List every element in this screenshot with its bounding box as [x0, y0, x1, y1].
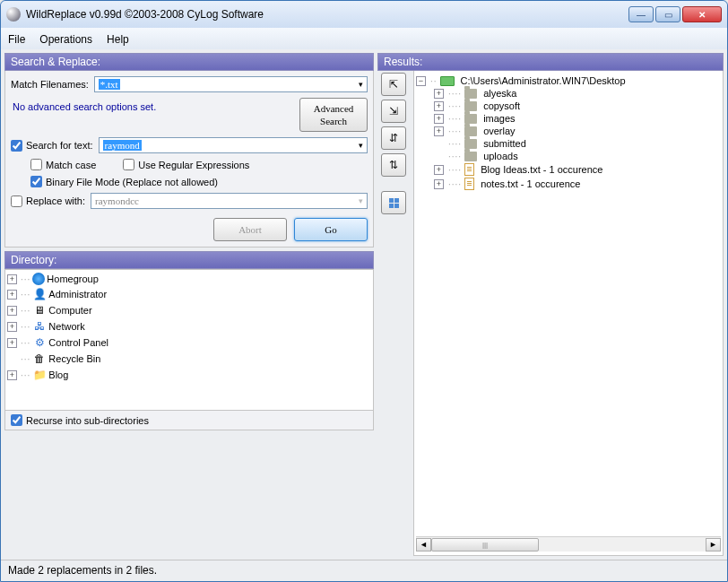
expand-icon[interactable]: +	[7, 370, 17, 380]
folder-icon	[464, 126, 477, 136]
close-button[interactable]: ✕	[682, 6, 722, 22]
tree-dots: ···	[21, 338, 30, 348]
expand-icon[interactable]: +	[7, 290, 17, 300]
tree-item[interactable]: +···Control Panel	[7, 334, 371, 351]
search-text-checkbox[interactable]: Search for text:	[11, 140, 93, 152]
search-text-check[interactable]	[11, 140, 22, 152]
app-window: WildReplace v0.99d ©2003-2008 CyLog Soft…	[0, 0, 728, 582]
tree-view-4-button[interactable]: ⇅	[381, 153, 406, 177]
results-item[interactable]: +····uploads	[416, 150, 721, 162]
collapse-icon[interactable]: −	[416, 76, 426, 86]
tree-item[interactable]: +···Recycle Bin	[7, 351, 371, 367]
scroll-left-button[interactable]: ◄	[416, 538, 431, 552]
scroll-track[interactable]: |||	[431, 538, 706, 552]
folder-icon	[464, 89, 477, 99]
recurse-label: Recurse into sub-directories	[26, 415, 149, 426]
expand-icon[interactable]: +	[434, 101, 444, 111]
results-item[interactable]: +····Blog Ideas.txt - 1 occurence	[416, 162, 721, 177]
expand-icon[interactable]: +	[434, 126, 444, 136]
tree-item-label: Administrator	[48, 289, 107, 300]
directory-panel: Directory: +···Homegroup+···Administrato…	[4, 251, 374, 556]
maximize-button[interactable]: ▭	[655, 6, 680, 22]
binary-checkbox[interactable]: Binary File Mode (Replace not allowed)	[30, 176, 218, 187]
advanced-search-button[interactable]: Advanced Search	[299, 98, 368, 132]
tree-dots: ····	[448, 165, 462, 175]
tree-view-1-button[interactable]: ⇱	[381, 73, 406, 96]
regex-check[interactable]	[123, 159, 134, 170]
results-header: Results:	[377, 53, 724, 71]
rec-icon	[32, 352, 47, 366]
results-item[interactable]: +····submitted	[416, 137, 721, 150]
expand-icon[interactable]: +	[434, 165, 444, 175]
tree-dots: ····	[448, 101, 462, 111]
scroll-right-button[interactable]: ►	[706, 538, 721, 552]
abort-button[interactable]: Abort	[213, 218, 287, 241]
tree-item-label: Homegroup	[47, 274, 98, 284]
directory-header: Directory:	[4, 251, 374, 269]
options-row-2: Binary File Mode (Replace not allowed)	[11, 176, 368, 187]
expand-icon[interactable]: +	[434, 114, 444, 124]
replace-combo[interactable]: raymondcc ▾	[91, 193, 368, 209]
match-case-checkbox[interactable]: Match case	[30, 159, 96, 170]
tree-dots: ··	[430, 76, 438, 86]
recurse-row: Recurse into sub-directories	[4, 411, 374, 430]
right-column: Results: ⇱ ⇲ ⇵ ⇅ −··C:\Users\Administrat…	[377, 53, 724, 556]
tree-dots: ···	[21, 274, 30, 284]
match-case-check[interactable]	[30, 159, 42, 170]
match-filenames-combo[interactable]: *.txt ▾	[94, 76, 368, 92]
tree-view-2-button[interactable]: ⇲	[381, 100, 406, 123]
results-item[interactable]: +····alyeska	[416, 87, 721, 100]
menu-file[interactable]: File	[8, 33, 25, 46]
results-item[interactable]: +····notes.txt - 1 occurence	[416, 177, 721, 191]
expand-icon[interactable]: +	[434, 89, 444, 99]
results-item[interactable]: +····images	[416, 112, 721, 125]
tree-item[interactable]: +···Administrator	[7, 286, 371, 302]
expand-icon[interactable]: +	[7, 338, 17, 348]
tree-dots: ····	[448, 89, 462, 99]
recurse-check[interactable]	[11, 414, 22, 426]
results-root[interactable]: −··C:\Users\Administrator.WIN7\Desktop	[416, 74, 721, 87]
menu-help[interactable]: Help	[107, 33, 129, 46]
menu-operations[interactable]: Operations	[39, 33, 92, 46]
regex-checkbox[interactable]: Use Regular Expressions	[123, 159, 249, 170]
tree-dots: ····	[448, 126, 462, 136]
tree-item-label: Control Panel	[48, 337, 108, 348]
results-tree[interactable]: −··C:\Users\Administrator.WIN7\Desktop+·…	[416, 74, 721, 536]
expand-icon[interactable]: +	[7, 306, 17, 316]
expand-icon[interactable]: +	[7, 274, 17, 284]
expand-icon[interactable]: +	[434, 179, 444, 189]
recurse-checkbox[interactable]: Recurse into sub-directories	[11, 414, 368, 426]
folder-icon	[464, 114, 477, 124]
search-replace-body: Match Filenames: *.txt ▾ No advanced sea…	[4, 71, 374, 248]
tree-item[interactable]: +···Blog	[7, 367, 371, 383]
results-item[interactable]: +····overlay	[416, 125, 721, 137]
app-icon	[6, 7, 21, 22]
tree-item[interactable]: +···Computer	[7, 302, 371, 318]
tree-icon: ⇅	[389, 159, 398, 171]
advanced-status: No advanced search options set.	[11, 98, 292, 116]
go-button[interactable]: Go	[294, 218, 368, 241]
tree-item[interactable]: +···Homegroup	[7, 272, 371, 286]
scroll-thumb[interactable]: |||	[431, 538, 539, 552]
results-toolbar: ⇱ ⇲ ⇵ ⇅	[377, 71, 410, 556]
minimize-button[interactable]: —	[628, 6, 654, 22]
chevron-down-icon: ▾	[359, 141, 363, 150]
options-row-1: Match case Use Regular Expressions	[11, 159, 368, 170]
tree-view-3-button[interactable]: ⇵	[381, 126, 406, 150]
replace-check[interactable]	[11, 195, 22, 207]
match-case-label: Match case	[46, 160, 96, 170]
binary-check[interactable]	[30, 176, 42, 187]
expand-icon[interactable]: +	[7, 322, 17, 332]
user-icon	[32, 287, 47, 301]
grid-view-button[interactable]	[381, 191, 406, 214]
results-item[interactable]: +····copysoft	[416, 100, 721, 112]
directory-tree[interactable]: +···Homegroup+···Administrator+···Comput…	[4, 269, 374, 411]
document-icon	[464, 178, 474, 190]
tree-dots: ····	[448, 179, 462, 189]
search-text-combo[interactable]: raymond ▾	[99, 137, 368, 153]
replace-checkbox[interactable]: Replace with:	[11, 195, 85, 207]
tree-icon: ⇲	[389, 105, 398, 117]
tree-item-label: Recycle Bin	[48, 353, 100, 364]
tree-item[interactable]: +···Network	[7, 318, 371, 334]
horizontal-scrollbar[interactable]: ◄ ||| ►	[416, 536, 721, 552]
